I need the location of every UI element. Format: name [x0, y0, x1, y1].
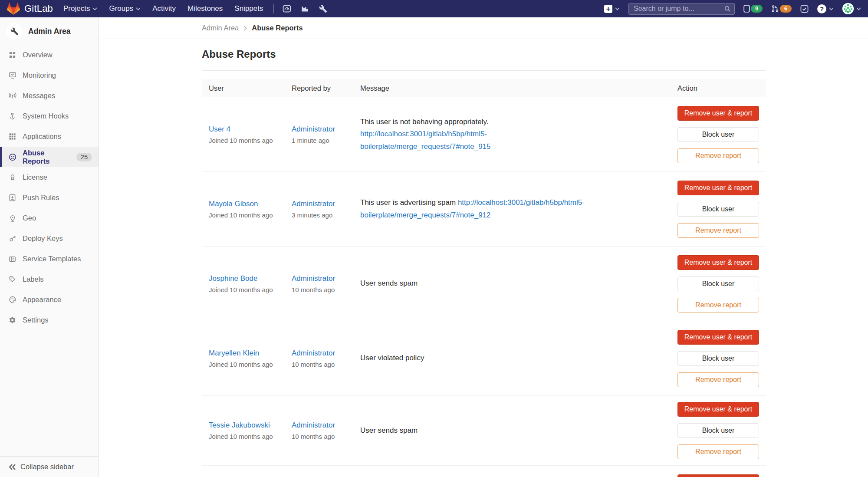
wrench-icon: [319, 5, 327, 13]
reported-user-link[interactable]: Tessie Jakubowski: [209, 421, 292, 430]
gitlab-tanuki-logo-icon: [7, 3, 20, 15]
sidebar-item-deploy-keys[interactable]: Deploy Keys: [0, 228, 99, 249]
admin-area-avatar: [6, 23, 23, 39]
block-user-button[interactable]: Block user: [677, 351, 759, 366]
abuse-report-row: Mayola Gibson Joined 10 months ago Admin…: [202, 171, 766, 246]
sidebar-item-system-hooks[interactable]: System Hooks: [0, 106, 99, 126]
collapse-sidebar-button[interactable]: Collapse sidebar: [0, 456, 99, 477]
primary-nav: Projects Groups Activity Milestones Snip…: [63, 4, 263, 13]
overview-grid-icon: [8, 51, 16, 59]
sidebar-header: Admin Area: [0, 17, 99, 45]
nav-projects[interactable]: Projects: [63, 4, 97, 13]
gitlab-home-link[interactable]: GitLab: [7, 3, 53, 15]
reported-user-link[interactable]: Mayola Gibson: [209, 200, 292, 208]
header-message: Message: [360, 84, 671, 92]
nav-milestones[interactable]: Milestones: [187, 4, 223, 13]
chevron-down-icon: [829, 7, 834, 10]
sidebar-item-geo[interactable]: Geo: [0, 208, 99, 228]
header-reported-by: Reported by: [292, 84, 360, 92]
sidebar-item-monitoring[interactable]: Monitoring: [0, 65, 99, 86]
navbar-right: + 9 6 ?: [604, 3, 861, 15]
breadcrumb-admin-area-link[interactable]: Admin Area: [202, 24, 239, 32]
issues-counter-button[interactable]: 9: [743, 5, 763, 13]
user-avatar: [842, 3, 854, 14]
remove-report-button[interactable]: Remove report: [677, 298, 759, 313]
merge-request-icon: [771, 5, 779, 13]
remove-user-report-button[interactable]: Remove user & report: [677, 181, 759, 195]
user-menu-button[interactable]: [842, 3, 861, 14]
issues-count-badge: 9: [751, 5, 763, 13]
remove-report-button[interactable]: Remove report: [677, 148, 759, 163]
gitlab-wordmark: GitLab: [24, 3, 53, 14]
top-navbar: GitLab Projects Groups Activity Mileston…: [0, 0, 868, 17]
sidebar-item-labels[interactable]: Labels: [0, 269, 99, 289]
message-text: User sends spam: [360, 426, 418, 434]
chevron-down-icon: [615, 7, 620, 10]
reporter-link[interactable]: Administrator: [292, 200, 360, 208]
hook-icon: [8, 112, 16, 120]
sidebar-item-settings[interactable]: Settings: [0, 310, 99, 330]
message-text: User sends spam: [360, 279, 418, 287]
new-menu-button[interactable]: +: [604, 5, 620, 13]
message-text: This user is not behaving appropriately.: [360, 118, 488, 126]
abuse-report-row: Maryellen Klein Joined 10 months ago Adm…: [202, 321, 766, 395]
todo-check-icon: [800, 5, 809, 13]
main-content: Admin Area Abuse Reports Abuse Reports U…: [99, 17, 868, 477]
admin-area-button[interactable]: [319, 5, 327, 13]
applications-grid-icon: [8, 133, 16, 140]
key-icon: [8, 235, 16, 242]
report-time-text: 10 months ago: [292, 361, 360, 368]
reported-user-link[interactable]: Maryellen Klein: [209, 349, 292, 358]
reporter-link[interactable]: Administrator: [292, 274, 360, 283]
double-chevron-left-icon: [9, 464, 16, 470]
sidebar-item-abuse-reports[interactable]: Abuse Reports 25: [0, 147, 99, 167]
template-icon: [8, 256, 16, 263]
navbar-divider: [273, 4, 274, 13]
report-time-text: 10 months ago: [292, 286, 360, 293]
reporter-link[interactable]: Administrator: [292, 349, 360, 358]
sidebar-item-appearance[interactable]: Appearance: [0, 289, 99, 310]
remove-user-report-button[interactable]: Remove user & report: [677, 330, 759, 345]
sidebar-item-applications[interactable]: Applications: [0, 126, 99, 147]
header-user: User: [202, 84, 292, 92]
nav-activity[interactable]: Activity: [152, 4, 176, 13]
reporter-link[interactable]: Administrator: [292, 125, 360, 134]
remove-report-button[interactable]: Remove report: [677, 444, 759, 459]
reported-user-link[interactable]: User 4: [209, 125, 292, 134]
nav-snippets[interactable]: Snippets: [234, 4, 263, 13]
search-input[interactable]: [633, 4, 724, 13]
message-link[interactable]: http://localhost:3001/gitlab/h5bp/html5-…: [360, 130, 491, 150]
remove-report-button[interactable]: Remove report: [677, 372, 759, 387]
user-joined-text: Joined 10 months ago: [209, 211, 292, 219]
user-joined-text: Joined 10 months ago: [209, 433, 292, 440]
abuse-report-row-partial: Remove user & report Block user Remove r…: [202, 465, 766, 477]
remove-user-report-button[interactable]: Remove user & report: [677, 106, 759, 121]
merge-requests-counter-button[interactable]: 6: [771, 5, 792, 13]
sidebar-item-overview[interactable]: Overview: [0, 45, 99, 65]
block-user-button[interactable]: Block user: [677, 423, 759, 438]
palette-icon: [8, 296, 16, 303]
remove-report-button[interactable]: Remove report: [677, 223, 759, 238]
dashboard-gauge-button[interactable]: [283, 4, 291, 13]
help-menu-button[interactable]: ?: [817, 4, 834, 13]
sidebar-item-license[interactable]: License: [0, 167, 99, 188]
report-time-text: 10 months ago: [292, 433, 360, 440]
todos-button[interactable]: [800, 5, 809, 13]
remove-user-report-button[interactable]: Remove user & report: [677, 474, 759, 477]
block-user-button[interactable]: Block user: [677, 276, 759, 291]
sidebar-item-push-rules[interactable]: Push Rules: [0, 188, 99, 208]
analytics-chart-button[interactable]: [301, 4, 309, 13]
reported-user-link[interactable]: Josphine Bode: [209, 274, 292, 283]
sidebar-item-messages[interactable]: Messages: [0, 86, 99, 106]
push-rules-icon: [8, 194, 16, 201]
reporter-link[interactable]: Administrator: [292, 421, 360, 430]
block-user-button[interactable]: Block user: [677, 127, 759, 142]
block-user-button[interactable]: Block user: [677, 202, 759, 217]
remove-user-report-button[interactable]: Remove user & report: [677, 402, 759, 417]
remove-user-report-button[interactable]: Remove user & report: [677, 255, 759, 270]
sidebar-item-service-templates[interactable]: Service Templates: [0, 249, 99, 269]
plus-icon: +: [604, 5, 612, 13]
global-search: [628, 3, 735, 15]
nav-groups[interactable]: Groups: [109, 4, 141, 13]
title-divider: [202, 70, 766, 71]
